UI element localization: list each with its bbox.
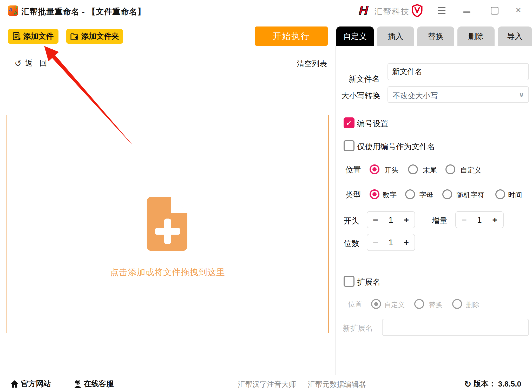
- check-icon: ✓: [346, 118, 352, 128]
- new-ext-field[interactable]: [382, 319, 529, 336]
- tab-replace[interactable]: 替换: [417, 26, 454, 46]
- tab-custom[interactable]: 自定义: [336, 26, 374, 46]
- plus-button[interactable]: +: [492, 215, 497, 225]
- type-label: 类型: [345, 190, 361, 200]
- minus-button[interactable]: −: [373, 215, 378, 225]
- badge-shield-icon: [412, 4, 423, 17]
- start-label: 开头: [344, 216, 359, 226]
- add-files-label: 添加文件: [23, 31, 54, 42]
- tab-insert[interactable]: 插入: [377, 26, 414, 46]
- version-number: 3.8.5.0: [498, 380, 521, 388]
- start-stepper: − 1 +: [367, 211, 415, 228]
- increment-stepper: − 1 +: [455, 211, 504, 228]
- ext-position-label: 位置: [348, 300, 362, 309]
- increment-value[interactable]: 1: [477, 215, 482, 225]
- pinyin-master-link[interactable]: 汇帮汉字注音大师: [238, 380, 296, 389]
- folder-plus-icon: [70, 32, 78, 41]
- digits-stepper: − 1 +: [367, 234, 415, 251]
- file-drop-zone[interactable]: 点击添加或将文件拖拽到这里: [6, 115, 329, 333]
- minimize-button[interactable]: [463, 11, 470, 13]
- digits-value[interactable]: 1: [389, 238, 393, 247]
- panel-border: [335, 46, 336, 375]
- position-radio-custom[interactable]: [445, 164, 455, 174]
- official-site-link[interactable]: 官方网站: [10, 379, 51, 389]
- file-plus-icon: [13, 32, 21, 41]
- ext-radio-replace[interactable]: [414, 299, 424, 309]
- type-radio-time[interactable]: [495, 189, 505, 199]
- back-button[interactable]: ↺ 返 回: [15, 58, 47, 69]
- position-radio-end[interactable]: [408, 164, 418, 174]
- execute-button[interactable]: 开始执行: [255, 26, 328, 46]
- add-files-button[interactable]: 添加文件: [8, 29, 58, 44]
- ext-radio-custom[interactable]: [371, 299, 381, 309]
- window-title: 汇帮批量重命名 - 【文件重命名】: [21, 6, 146, 17]
- refresh-icon: ↻: [464, 379, 471, 389]
- chevron-down-icon: ∨: [519, 91, 524, 99]
- start-value[interactable]: 1: [389, 215, 393, 225]
- divider: [336, 268, 532, 268]
- case-convert-label: 大小写转换: [341, 90, 380, 101]
- close-button[interactable]: ×: [516, 5, 521, 16]
- extension-checkbox[interactable]: [344, 276, 354, 287]
- new-name-label: 新文件名: [349, 74, 380, 84]
- metadata-editor-link[interactable]: 汇帮元数据编辑器: [308, 380, 366, 389]
- home-icon: [10, 380, 19, 388]
- position-label: 位置: [345, 165, 361, 175]
- new-name-field[interactable]: [387, 63, 529, 80]
- position-radio-start[interactable]: [370, 164, 379, 174]
- drop-hint-text: 点击添加或将文件拖拽到这里: [7, 267, 328, 278]
- plus-button[interactable]: +: [404, 215, 409, 225]
- increment-label: 增量: [432, 216, 447, 226]
- only-number-checkbox[interactable]: [344, 140, 354, 151]
- new-name-input[interactable]: [388, 64, 528, 80]
- brand-logo-icon: H: [357, 3, 370, 17]
- numbering-label: 编号设置: [357, 118, 388, 129]
- numbering-checkbox[interactable]: ✓: [344, 117, 354, 128]
- add-folder-button[interactable]: 添加文件夹: [66, 29, 123, 44]
- menu-icon[interactable]: [438, 7, 445, 14]
- back-icon: ↺: [15, 58, 22, 68]
- title-bar: a ⤴ A 汇帮批量重命名 - 【文件重命名】 H 汇帮科技 ×: [0, 0, 532, 21]
- type-radio-number[interactable]: [370, 189, 379, 199]
- new-ext-input[interactable]: [383, 319, 528, 335]
- online-service-link[interactable]: 在线客服: [74, 379, 114, 389]
- divider: [0, 73, 335, 73]
- brand-name: 汇帮科技: [374, 6, 410, 17]
- case-convert-select[interactable]: 不改变大小写 ∨: [387, 86, 529, 103]
- tab-import[interactable]: 导入: [498, 26, 532, 46]
- plus-button[interactable]: +: [404, 237, 409, 248]
- type-radio-random[interactable]: [442, 189, 452, 199]
- digits-label: 位数: [344, 238, 359, 249]
- clear-list-button[interactable]: 清空列表: [297, 59, 327, 69]
- ext-radio-delete[interactable]: [452, 299, 462, 309]
- new-ext-label: 新扩展名: [343, 323, 373, 334]
- minus-button[interactable]: −: [373, 237, 378, 248]
- version-info[interactable]: ↻ 版本： 3.8.5.0: [464, 379, 521, 389]
- person-icon: [74, 380, 82, 388]
- app-window: a ⤴ A 汇帮批量重命名 - 【文件重命名】 H 汇帮科技 × 添加文件: [0, 0, 532, 392]
- app-logo-icon: a ⤴ A: [8, 5, 18, 16]
- type-radio-letter[interactable]: [405, 189, 415, 199]
- only-number-label: 仅使用编号作为文件名: [357, 141, 435, 152]
- footer-bar: 官方网站 在线客服 汇帮汉字注音大师 汇帮元数据编辑器 ↻ 版本： 3.8.5.…: [0, 375, 532, 392]
- case-convert-value: 不改变大小写: [393, 91, 438, 101]
- tab-delete[interactable]: 删除: [457, 26, 495, 46]
- maximize-button[interactable]: [491, 7, 498, 15]
- extension-label: 扩展名: [357, 277, 380, 288]
- minus-button[interactable]: −: [462, 215, 467, 225]
- add-folder-label: 添加文件夹: [81, 31, 119, 42]
- add-document-icon: [145, 195, 191, 253]
